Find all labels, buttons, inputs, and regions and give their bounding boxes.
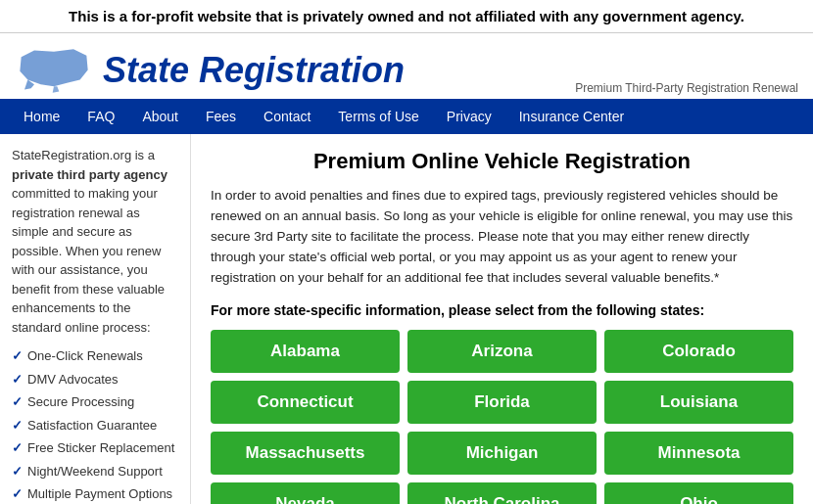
main-content: Premium Online Vehicle Registration In o… (191, 134, 813, 504)
state-btn-north-carolina[interactable]: North Carolina (407, 482, 597, 504)
list-item: Free Sticker Replacement (12, 436, 178, 460)
main-layout: StateRegistration.org is a private third… (0, 134, 813, 504)
state-btn-minnesota[interactable]: Minnesota (604, 432, 793, 475)
nav-insurance[interactable]: Insurance Center (505, 99, 638, 134)
header: State Registration Premium Third-Party R… (0, 33, 813, 99)
nav-about[interactable]: About (128, 99, 192, 134)
nav-faq[interactable]: FAQ (73, 99, 128, 134)
list-item: DMV Advocates (12, 368, 178, 391)
logo-text: State Registration (103, 50, 405, 91)
state-btn-louisiana[interactable]: Louisiana (604, 381, 793, 424)
state-btn-alabama[interactable]: Alabama (211, 330, 400, 373)
nav-contact[interactable]: Contact (250, 99, 324, 134)
list-item: Night/Weekend Support (12, 460, 178, 483)
list-item: Secure Processing (12, 390, 178, 414)
state-btn-massachusetts[interactable]: Massachusetts (211, 432, 400, 475)
state-btn-colorado[interactable]: Colorado (604, 330, 793, 373)
list-item: One-Click Renewals (12, 344, 178, 368)
sidebar-intro: StateRegistration.org is a private third… (12, 146, 178, 337)
state-btn-ohio[interactable]: Ohio (604, 482, 793, 504)
us-map-icon (15, 43, 93, 97)
page-title: Premium Online Vehicle Registration (211, 149, 793, 174)
sidebar-bold: private third party agency (12, 167, 167, 182)
list-item: Multiple Payment Options (12, 482, 178, 504)
state-btn-florida[interactable]: Florida (407, 381, 597, 424)
states-label: For more state-specific information, ple… (211, 302, 793, 318)
main-nav: Home FAQ About Fees Contact Terms of Use… (0, 99, 813, 134)
nav-terms[interactable]: Terms of Use (324, 99, 432, 134)
intro-text: In order to avoid penalties and fines du… (211, 186, 793, 289)
state-btn-michigan[interactable]: Michigan (407, 432, 597, 475)
states-grid: Alabama Arizona Colorado Connecticut Flo… (211, 330, 793, 504)
nav-fees[interactable]: Fees (192, 99, 250, 134)
logo-area: State Registration (15, 43, 405, 97)
top-banner: This is a for-profit website that is pri… (0, 0, 813, 33)
sidebar: StateRegistration.org is a private third… (0, 134, 191, 504)
nav-home[interactable]: Home (10, 99, 73, 134)
state-btn-nevada[interactable]: Nevada (211, 482, 400, 504)
state-btn-connecticut[interactable]: Connecticut (211, 381, 400, 424)
nav-privacy[interactable]: Privacy (433, 99, 505, 134)
list-item: Satisfaction Guarantee (12, 414, 178, 437)
state-btn-arizona[interactable]: Arizona (407, 330, 597, 373)
sidebar-features-list: One-Click Renewals DMV Advocates Secure … (12, 344, 178, 504)
premium-label: Premium Third-Party Registration Renewal (575, 81, 798, 95)
